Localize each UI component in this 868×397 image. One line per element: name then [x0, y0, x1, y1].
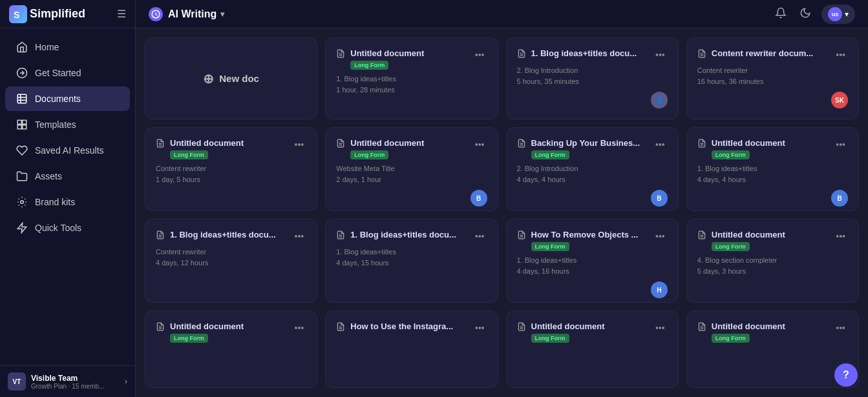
theme-toggle-button[interactable] [797, 5, 814, 24]
doc-meta: Content rewriter4 days, 12 hours [156, 247, 306, 268]
sidebar-item-saved-ai[interactable]: Saved AI Results [5, 138, 130, 163]
doc-title-wrap: Untitled document Long Form [350, 138, 472, 159]
doc-badge: Long Form [350, 150, 388, 159]
doc-card[interactable]: Untitled document Long Form ••• Content … [145, 127, 317, 211]
svg-point-12 [21, 201, 24, 204]
ai-writing-icon [149, 7, 163, 21]
doc-avatar: SK [831, 92, 848, 108]
doc-badge: Long Form [531, 242, 569, 251]
topbar-actions: us ▾ [772, 5, 855, 24]
doc-menu-button[interactable]: ••• [472, 48, 487, 61]
doc-type-icon [336, 49, 345, 60]
doc-badge: Long Form [350, 61, 388, 70]
doc-card-header: Untitled document Long Form ••• [517, 321, 668, 343]
doc-menu-button[interactable]: ••• [472, 138, 487, 151]
svg-text:S: S [14, 10, 19, 20]
doc-menu-button[interactable]: ••• [833, 321, 848, 334]
doc-card[interactable]: 1. Blog ideas+titles docu... ••• 2. Blog… [506, 37, 679, 119]
topbar-chevron-icon[interactable]: ▾ [220, 10, 224, 19]
doc-card[interactable]: Backing Up Your Busines... Long Form •••… [506, 127, 679, 211]
doc-card[interactable]: Content rewriter docum... ••• Content re… [686, 37, 859, 119]
doc-type-icon [336, 139, 345, 150]
doc-type-icon [697, 322, 706, 333]
doc-card[interactable]: Untitled document Long Form ••• [686, 310, 859, 388]
doc-card[interactable]: Untitled document Long Form ••• [145, 310, 317, 388]
doc-card[interactable]: Untitled document Long Form ••• Website … [325, 127, 498, 211]
doc-card[interactable]: Untitled document Long Form ••• [506, 310, 679, 388]
doc-title-wrap: Untitled document Long Form [170, 138, 292, 159]
doc-menu-button[interactable]: ••• [653, 138, 668, 151]
documents-icon [16, 92, 28, 105]
doc-menu-button[interactable]: ••• [653, 230, 668, 243]
doc-title: Untitled document [350, 138, 467, 148]
doc-card[interactable]: Untitled document Long Form ••• 1. Blog … [325, 37, 498, 119]
doc-title-wrap: How to Use the Instagra... [350, 321, 472, 331]
sidebar-nav: Home Get Started Documents Templates Sav… [0, 28, 135, 365]
doc-menu-button[interactable]: ••• [833, 48, 848, 61]
doc-title: 1. Blog ideas+titles docu... [170, 230, 286, 239]
doc-title: Untitled document [350, 48, 467, 58]
doc-type-icon [156, 230, 165, 241]
sidebar-item-documents[interactable]: Documents [5, 87, 130, 111]
sidebar-item-brand-kits[interactable]: Brand kits [5, 190, 130, 214]
doc-card[interactable]: Untitled document Long Form ••• 1. Blog … [686, 127, 859, 211]
doc-menu-button[interactable]: ••• [292, 138, 307, 151]
doc-card-header: Untitled document Long Form ••• [336, 138, 487, 159]
notifications-button[interactable] [772, 5, 789, 24]
doc-type-icon [697, 230, 706, 241]
doc-meta: 2. Blog Introduction5 hours, 35 minutes [517, 65, 668, 87]
doc-title-wrap: 1. Blog ideas+titles docu... [531, 48, 653, 58]
sidebar-item-assets[interactable]: Assets [5, 164, 130, 188]
new-doc-button[interactable]: ⊕ New doc [145, 37, 317, 119]
doc-badge: Long Form [531, 334, 569, 343]
doc-card[interactable]: Untitled document Long Form ••• 4. Blog … [686, 219, 859, 303]
sidebar-item-home[interactable]: Home [5, 35, 130, 59]
doc-menu-button[interactable]: ••• [292, 230, 307, 243]
doc-menu-button[interactable]: ••• [653, 48, 668, 61]
doc-avatar: B [831, 190, 848, 207]
doc-type-icon [156, 139, 165, 150]
doc-menu-button[interactable]: ••• [833, 138, 848, 151]
doc-type-icon [517, 230, 526, 241]
doc-card-header: Untitled document Long Form ••• [697, 230, 848, 251]
doc-card-header: Backing Up Your Busines... Long Form ••• [517, 138, 668, 159]
main-content: AI Writing ▾ us ▾ ⊕ New doc [136, 0, 868, 397]
doc-menu-button[interactable]: ••• [472, 321, 487, 334]
doc-menu-button[interactable]: ••• [292, 321, 307, 334]
doc-badge: Long Form [712, 334, 750, 343]
assets-icon [16, 170, 28, 183]
doc-badge: Long Form [170, 334, 208, 343]
help-button[interactable]: ? [834, 363, 858, 387]
sidebar-item-quick-tools[interactable]: Quick Tools [5, 216, 130, 240]
doc-card-header: Untitled document Long Form ••• [697, 321, 848, 343]
doc-title-wrap: Untitled document Long Form [712, 230, 834, 251]
doc-card[interactable]: How to Use the Instagra... ••• [325, 310, 498, 388]
doc-card[interactable]: 1. Blog ideas+titles docu... ••• 1. Blog… [325, 219, 498, 303]
doc-meta: 4. Blog section completer5 days, 3 hours [697, 255, 848, 276]
app-name: Simplified [30, 7, 85, 21]
doc-title: Untitled document [170, 321, 286, 331]
sidebar-toggle[interactable]: ☰ [117, 8, 126, 20]
topbar-title: AI Writing ▾ [149, 7, 224, 21]
svg-rect-4 [17, 94, 26, 103]
user-chevron-icon: ▾ [845, 10, 849, 19]
user-menu[interactable]: us ▾ [821, 5, 855, 24]
doc-avatar: H [651, 281, 668, 298]
sidebar-item-label: Brand kits [35, 197, 75, 207]
brand-kits-icon [16, 196, 28, 209]
doc-meta: 2. Blog Introduction4 days, 4 hours [517, 163, 668, 185]
doc-avatar: B [471, 190, 487, 207]
doc-type-icon [336, 322, 345, 333]
doc-menu-button[interactable]: ••• [653, 321, 668, 334]
doc-menu-button[interactable]: ••• [833, 230, 848, 243]
doc-card[interactable]: 1. Blog ideas+titles docu... ••• Content… [145, 219, 317, 303]
sidebar-item-templates[interactable]: Templates [5, 112, 130, 137]
sidebar-footer[interactable]: VT Visible Team Growth Plan · 15 memb...… [0, 365, 135, 397]
team-info: Visible Team Growth Plan · 15 memb... [31, 374, 125, 390]
doc-menu-button[interactable]: ••• [472, 230, 487, 243]
doc-card[interactable]: How To Remove Objects ... Long Form ••• … [506, 219, 679, 303]
doc-meta: Content rewriter16 hours, 36 minutes [697, 65, 848, 87]
doc-title: 1. Blog ideas+titles docu... [531, 48, 648, 58]
sidebar-item-get-started[interactable]: Get Started [5, 61, 130, 85]
doc-title-wrap: Backing Up Your Busines... Long Form [531, 138, 653, 159]
